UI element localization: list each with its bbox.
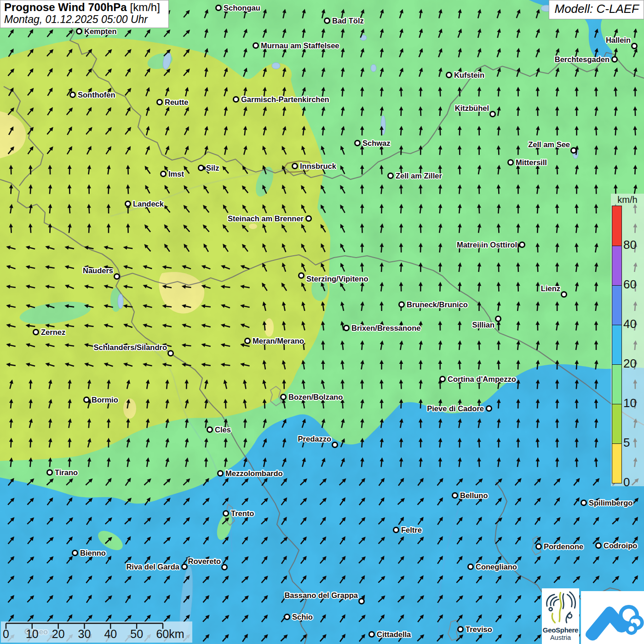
city-label: Predazzo [298,435,331,443]
legend-swatch-60 [612,246,621,285]
city-label: Cittadella [377,630,411,639]
city-label: Bassano del Grappa [284,591,358,600]
city-marker-icon [181,564,188,570]
city-label: Zell am See [528,140,570,149]
city-marker-icon [507,159,514,166]
city-label: Schio [292,613,313,621]
title-text: Prognose Wind 700hPa [4,1,127,13]
city-label: Riva del Garda [126,563,179,571]
city-marker-icon [581,500,587,506]
city-label: Mittersill [516,158,547,167]
legend-label: 5 [623,436,630,449]
city-marker-icon [69,92,76,98]
city-label: Mezzolombardo [225,469,283,478]
city-layer: SchongauBad TölzKemptenMurnau am Staffel… [0,0,644,644]
title-box: Prognose Wind 700hPa[km/h] Montag, 01.12… [0,0,169,28]
city-label: Murnau am Staffelsee [261,41,339,50]
scale-label: 30 [78,627,91,641]
legend-swatch-80 [612,206,621,246]
valid-time: Montag, 01.12.2025 05:00 Uhr [4,13,165,25]
city-marker-icon [387,172,394,179]
geosphere-wordmark: GeoSphere [542,626,579,634]
legend-label: 20 [623,356,637,370]
city-marker-icon [83,397,90,403]
city-label: Rovereto [188,557,221,566]
city-label: Innsbruck [300,162,336,171]
city-marker-icon [631,43,638,49]
city-marker-icon [298,272,305,279]
city-label: Cles [215,426,231,434]
city-marker-icon [76,28,82,34]
legend-label: 80 [623,238,637,252]
city-marker-icon [217,470,224,477]
city-marker-icon [332,442,338,448]
legend-label: 60 [623,277,637,291]
city-label: Bozen/Bolzano [288,393,343,402]
city-label: Brixen/Bressanone [351,324,420,333]
city-label: Berchtesgaden [555,55,610,64]
model-box: Modell: C-LAEF [549,0,644,19]
page-title: Prognose Wind 700hPa[km/h] [4,1,165,13]
city-label: Tirano [55,468,78,477]
city-label: Bormio [92,396,118,404]
city-marker-icon [284,614,290,620]
city-marker-icon [125,201,131,207]
city-label: Zernez [41,328,65,337]
city-label: Schwaz [362,139,391,148]
scale-label: 60km [156,627,184,641]
city-marker-icon [611,56,618,63]
city-marker-icon [486,405,492,412]
geosphere-country: Austria [542,634,579,641]
model-label: Modell: C-LAEF [555,2,639,16]
city-marker-icon [253,42,259,49]
city-label: Kitzbühel [455,104,489,113]
city-marker-icon [535,543,542,550]
city-label: Matrei in Osttirol [457,241,517,249]
legend-colorbar [612,206,622,483]
city-label: Kufstein [454,71,484,80]
city-label: Treviso [466,625,492,634]
city-marker-icon [223,510,229,517]
city-marker-icon [280,394,287,400]
city-label: Kempten [84,27,117,36]
legend-swatch-0 [612,443,621,483]
weather-map-stage: SchongauBad TölzKemptenMurnau am Staffel… [0,0,644,644]
city-marker-icon [368,631,375,638]
city-label: Bruneck/Brunico [407,300,468,309]
city-label: Sterzing/Vipiteno [306,275,368,283]
city-marker-icon [570,147,577,154]
city-marker-icon [358,598,365,604]
city-label: Schlanders/Silandro [93,343,167,352]
city-marker-icon [595,542,602,549]
city-label: Zell am Ziller [396,172,442,180]
city-label: Imst [168,170,184,178]
city-marker-icon [114,273,120,280]
geosphere-logo: GeoSphere Austria [542,588,579,644]
city-label: Schongau [224,4,260,12]
city-label: Garmisch-Partenkirchen [241,95,329,104]
city-label: Pieve di Cadore [427,404,484,413]
city-label: Lienz [541,284,560,293]
city-label: Belluno [460,491,488,500]
city-marker-icon [72,550,78,556]
city-label: Meran/Merano [253,337,304,345]
city-marker-icon [439,376,446,382]
legend-label: 0 [623,475,630,489]
city-marker-icon [354,140,361,146]
city-marker-icon [398,301,405,308]
city-label: Sillian [472,321,494,329]
city-label: Conegliano [476,563,517,571]
mountain-cloud-logo [581,591,644,644]
city-label: Silz [206,164,219,172]
city-marker-icon [156,99,163,105]
city-label: Pordenone [544,542,583,551]
scale-label: 0 [3,627,9,641]
scale-label: 50 [130,627,143,641]
scale-bar: 0102030405060km [1,621,192,643]
city-marker-icon [457,626,464,632]
city-label: Cortina d'Ampezzo [448,375,516,384]
city-marker-icon [305,215,312,222]
city-marker-icon [467,564,474,570]
city-marker-icon [324,17,330,24]
city-marker-icon [446,72,452,78]
